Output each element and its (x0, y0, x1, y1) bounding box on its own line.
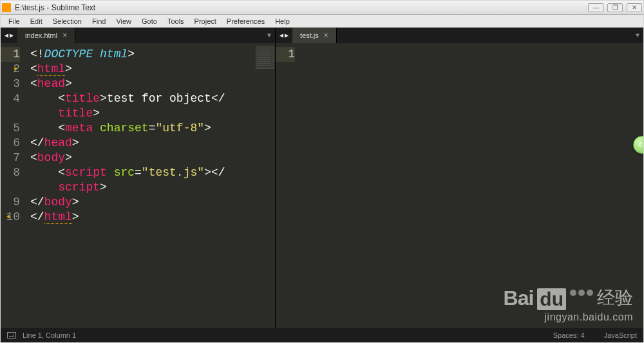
app-icon (2, 3, 11, 12)
tab-dropdown-right[interactable]: ▼ (632, 28, 643, 43)
line-gutter: 1 ◆2 3 4 5 6 7 8 9 ◆10 (1, 43, 25, 329)
menu-help[interactable]: Help (270, 17, 295, 25)
nav-arrows-left[interactable]: ◀ ▶ (1, 28, 17, 43)
arrow-right-icon: ▶ (10, 32, 14, 39)
tab-index-html[interactable]: index.html × (17, 28, 75, 43)
close-window-button[interactable]: ✕ (627, 3, 642, 12)
close-tab-icon[interactable]: × (62, 31, 67, 40)
menu-file[interactable]: File (3, 17, 25, 25)
menu-goto[interactable]: Goto (137, 17, 162, 25)
arrow-right-icon: ▶ (285, 32, 289, 39)
menu-tools[interactable]: Tools (162, 17, 189, 25)
tab-label: index.html (25, 32, 57, 39)
tab-test-js[interactable]: test.js × (292, 28, 337, 43)
maximize-button[interactable]: ❐ (607, 3, 623, 12)
editor-pane-left[interactable]: 1 ◆2 3 4 5 6 7 8 9 ◆10 <!DOCTYPE html> <… (1, 43, 276, 329)
menu-view[interactable]: View (111, 17, 137, 25)
menubar: File Edit Selection Find View Goto Tools… (1, 15, 643, 28)
menu-selection[interactable]: Selection (48, 17, 87, 25)
panel-switch-icon[interactable] (7, 332, 16, 338)
arrow-left-icon: ◀ (279, 32, 283, 39)
cursor-position: Line 1, Column 1 (23, 331, 76, 339)
menu-preferences[interactable]: Preferences (222, 17, 270, 25)
syntax-setting[interactable]: JavaScript (604, 331, 637, 339)
watermark: Bai du 经验 jingyan.baidu.com (504, 286, 633, 323)
menu-edit[interactable]: Edit (25, 17, 48, 25)
line-gutter: 1 (276, 43, 300, 329)
arrow-left-icon: ◀ (5, 32, 8, 39)
close-tab-icon[interactable]: × (324, 31, 328, 40)
window-titlebar: E:\test.js - Sublime Text — ❐ ✕ (1, 1, 643, 15)
code-area-left[interactable]: <!DOCTYPE html> <html> <head> <title>tes… (25, 43, 275, 329)
statusbar: Line 1, Column 1 Spaces: 4 JavaScript (1, 328, 643, 342)
tab-dropdown-left[interactable]: ▼ (263, 28, 275, 43)
paw-icon (570, 290, 593, 296)
tab-label: test.js (300, 32, 319, 39)
nav-arrows-right[interactable]: ◀ ▶ (276, 28, 292, 43)
menu-find[interactable]: Find (87, 17, 111, 25)
window-title: E:\test.js - Sublime Text (15, 3, 95, 12)
minimap-left[interactable] (256, 46, 274, 69)
indent-setting[interactable]: Spaces: 4 (553, 331, 585, 339)
minimize-button[interactable]: — (588, 3, 603, 12)
menu-project[interactable]: Project (189, 17, 222, 25)
